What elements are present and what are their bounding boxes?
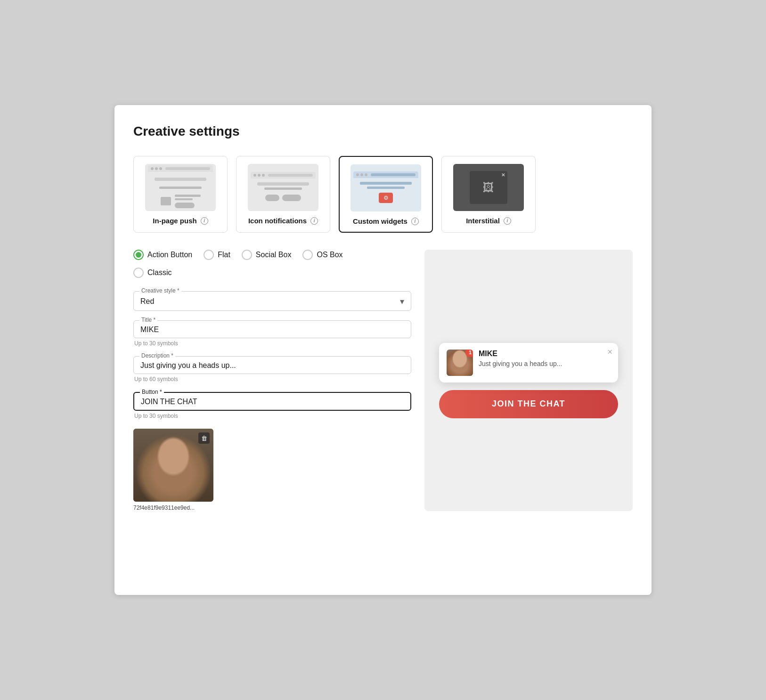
card-label-custom: Custom widgets [353, 217, 407, 225]
info-icon-custom[interactable]: i [411, 218, 419, 225]
creative-card-inpage-push[interactable]: In-page push i [133, 156, 228, 233]
description-hint: Up to 60 symbols [134, 376, 411, 383]
radio-circle-social-box[interactable] [242, 250, 252, 260]
preview-btn-label: JOIN THE CHAT [492, 399, 565, 409]
card-preview-custom: ⚙ [350, 164, 421, 212]
radio-label-social-box: Social Box [256, 251, 292, 259]
creative-style-field: Creative style * Red ▾ [133, 291, 411, 311]
image-section: 🗑 72f4e81f9e9311ee9ed... [133, 429, 411, 511]
title-hint: Up to 30 symbols [134, 340, 411, 347]
creative-types-row: In-page push i [133, 156, 633, 233]
button-field-wrapper: Button * [133, 392, 411, 411]
button-input[interactable] [141, 398, 404, 406]
radio-label-classic: Classic [147, 269, 172, 277]
title-field: Title * Up to 30 symbols [133, 320, 411, 347]
creative-style-dropdown-wrapper[interactable]: Creative style * Red ▾ [133, 291, 411, 311]
delete-icon: 🗑 [201, 435, 207, 442]
creative-style-value: Red [140, 297, 154, 306]
card-preview-icon [248, 164, 318, 211]
interstitial-img-icon: 🖼 [483, 181, 494, 194]
image-delete-button[interactable]: 🗑 [198, 432, 210, 444]
radio-label-action-button: Action Button [147, 251, 192, 259]
card-label-row-custom: Custom widgets i [353, 217, 419, 225]
radio-classic[interactable]: Classic [133, 268, 172, 278]
preview-avatar: 1 [447, 350, 473, 376]
creative-card-custom-widgets[interactable]: ⚙ Custom widgets i [339, 156, 433, 233]
creative-card-icon-notifications[interactable]: Icon notifications i [236, 156, 330, 233]
title-input[interactable] [140, 326, 404, 334]
radio-label-os-box: OS Box [317, 251, 342, 259]
card-label-row-inpage: In-page push i [153, 217, 208, 225]
interstitial-inner: 🖼 ✕ [470, 171, 507, 204]
radio-os-box[interactable]: OS Box [302, 250, 342, 260]
description-field-wrapper: Description * [133, 356, 411, 374]
radio-circle-os-box[interactable] [302, 250, 313, 260]
info-icon-interstitial[interactable]: i [504, 217, 511, 225]
card-label-icon: Icon notifications [248, 217, 307, 225]
card-preview-interstitial: 🖼 ✕ [453, 164, 524, 211]
card-label-interstitial: Interstitial [466, 217, 500, 225]
description-field: Description * Up to 60 symbols [133, 356, 411, 383]
title-field-label: Title * [139, 317, 157, 323]
radio-social-box[interactable]: Social Box [242, 250, 292, 260]
preview-notification-desc: Just giving you a heads up... [479, 360, 611, 367]
title-field-wrapper: Title * [133, 320, 411, 338]
description-field-label: Description * [139, 352, 175, 359]
card-label-row-interstitial: Interstitial i [466, 217, 511, 225]
image-thumbnail: 🗑 [133, 429, 213, 502]
info-icon-icon[interactable]: i [310, 217, 318, 225]
button-hint: Up to 30 symbols [134, 413, 411, 419]
radio-row-1: Action Button Flat Social Box OS Box [133, 250, 411, 260]
radio-row-classic: Classic [133, 268, 411, 278]
interstitial-close-icon: ✕ [501, 172, 505, 178]
left-column: Action Button Flat Social Box OS Box [133, 250, 411, 511]
button-field-label: Button * [140, 389, 164, 395]
preview-action-button[interactable]: JOIN THE CHAT [439, 390, 618, 418]
preview-close-icon[interactable]: × [607, 348, 612, 356]
avatar-badge: 1 [465, 350, 473, 357]
page-container: Creative settings [114, 105, 652, 595]
card-label-row-icon: Icon notifications i [248, 217, 318, 225]
image-filename: 72f4e81f9e9311ee9ed... [133, 505, 213, 511]
page-title: Creative settings [133, 124, 633, 139]
two-col-layout: Action Button Flat Social Box OS Box [133, 250, 633, 511]
creative-style-label: Creative style * [139, 287, 181, 294]
preview-notification-name: MIKE [479, 350, 611, 358]
dropdown-arrow-icon: ▾ [400, 296, 404, 307]
description-input[interactable] [140, 361, 404, 370]
radio-circle-classic[interactable] [133, 268, 144, 278]
creative-card-interstitial[interactable]: 🖼 ✕ Interstitial i [441, 156, 536, 233]
preview-text-content: MIKE Just giving you a heads up... [479, 350, 611, 367]
radio-action-button[interactable]: Action Button [133, 250, 192, 260]
card-label-inpage: In-page push [153, 217, 196, 225]
radio-circle-flat[interactable] [204, 250, 214, 260]
right-column-preview: 1 MIKE Just giving you a heads up... × J… [424, 250, 633, 511]
card-preview-inpage [145, 164, 216, 211]
button-field: Button * Up to 30 symbols [133, 392, 411, 419]
preview-notification: 1 MIKE Just giving you a heads up... × [439, 343, 618, 383]
radio-flat[interactable]: Flat [204, 250, 230, 260]
radio-circle-action-button[interactable] [133, 250, 144, 260]
info-icon-inpage[interactable]: i [201, 217, 208, 225]
radio-label-flat: Flat [218, 251, 230, 259]
